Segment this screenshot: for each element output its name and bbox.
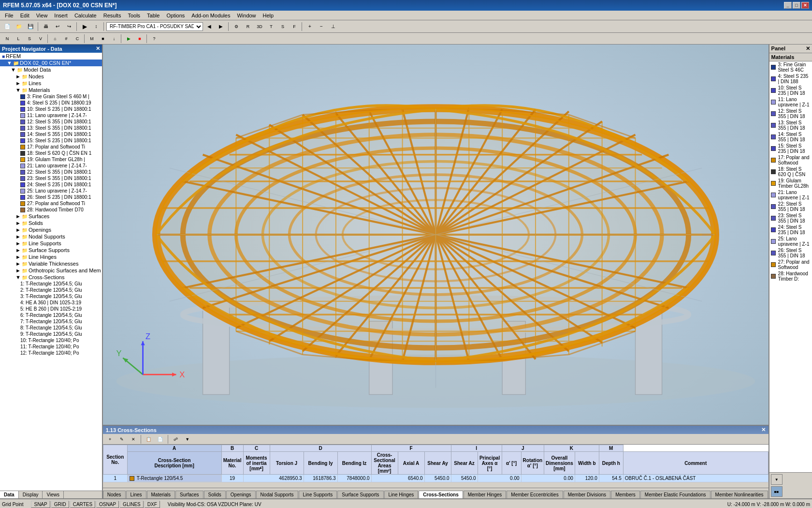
tree-cs-12[interactable]: 12: T-Rectangle 120/40; Po: [0, 350, 102, 356]
tree-cs-8[interactable]: 8: T-Rectangle 120/54.5; Glu: [0, 325, 102, 331]
undo-btn[interactable]: ↩: [52, 22, 63, 31]
calc-btn[interactable]: ⚙: [231, 22, 242, 31]
next-btn[interactable]: ▶: [216, 22, 226, 31]
menu-table[interactable]: Table: [144, 12, 162, 19]
btab-nodes[interactable]: Nodes: [103, 491, 126, 498]
tree-lines[interactable]: ► 📁 Lines: [0, 80, 102, 87]
mat-item-28[interactable]: 28: Hardwood Timber D:: [769, 270, 812, 282]
btab-surface-supports[interactable]: Surface Supports: [337, 491, 383, 498]
tree-nodes[interactable]: ► 📁 Nodes: [0, 73, 102, 80]
tree-mat-10[interactable]: 10: Steel S 235 | DIN 18800:1: [0, 106, 102, 112]
tree-rfem-root[interactable]: ■ RFEM: [0, 53, 102, 60]
prev-btn[interactable]: ◀: [204, 22, 215, 31]
tree-nodal-supports[interactable]: ► 📁 Nodal Supports: [0, 233, 102, 240]
btab-cross-sections[interactable]: Cross-Sections: [419, 491, 463, 498]
tree-mat-23[interactable]: 23: Steel S 355 | DIN 18800:1: [0, 175, 102, 181]
tree-cs-1[interactable]: 1: T-Rectangle 120/54.5; Glu: [0, 281, 102, 287]
bt-sort[interactable]: ▼: [182, 434, 193, 444]
tree-model-data[interactable]: ▼ 📁 Model Data: [0, 66, 102, 73]
grid-btn[interactable]: #: [61, 34, 72, 44]
mat-item-17[interactable]: 17: Poplar and Softwood: [769, 154, 812, 166]
snap-btn[interactable]: SNAP: [31, 501, 50, 508]
btab-eccentricities[interactable]: Member Eccentricities: [507, 491, 563, 498]
tree-mat-28[interactable]: 28: Hardwood Timber D70: [0, 207, 102, 213]
tree-mat-25[interactable]: 25: Lano upravene | Z-14.7-: [0, 188, 102, 194]
tree-cs-4[interactable]: 4: HE A 360 | DIN 1025-3:19: [0, 299, 102, 306]
tree-materials[interactable]: ▼ 📁 Materials: [0, 87, 102, 93]
zoom-out-btn[interactable]: −: [316, 22, 327, 31]
close-btn[interactable]: ✕: [801, 2, 809, 9]
tree-cs-6[interactable]: 6: T-Rectangle 120/54.5; Glu: [0, 312, 102, 318]
menu-addon[interactable]: Add-on Modules: [188, 12, 233, 19]
res-btn[interactable]: R: [243, 22, 253, 31]
tree-mat-14[interactable]: 14: Steel S 355 | DIN 18800:1: [0, 131, 102, 137]
rp-btn-1[interactable]: ▼: [771, 474, 783, 485]
run-btn[interactable]: ▶: [123, 34, 134, 44]
select-btn[interactable]: ▶: [79, 22, 90, 31]
member-btn[interactable]: M: [87, 34, 97, 44]
panel-close[interactable]: ✕: [806, 45, 810, 52]
tree-mat-12[interactable]: 12: Steel S 355 | DIN 18800:1: [0, 119, 102, 125]
tree-mat-24[interactable]: 24: Steel S 235 | DIN 18800:1: [0, 181, 102, 188]
bt-edit[interactable]: ✎: [116, 434, 127, 444]
viewport[interactable]: X Y Z: [103, 45, 768, 425]
bt-del[interactable]: ✕: [128, 434, 139, 444]
menu-file[interactable]: File: [2, 12, 16, 19]
mat-item-18[interactable]: 18: Steel S 620 Q | ČSN: [769, 166, 812, 178]
menu-help[interactable]: Help: [260, 12, 277, 19]
zoom-all-btn[interactable]: ⊥: [328, 22, 338, 31]
tree-mat-27[interactable]: 27: Poplar and Softwood Ti: [0, 200, 102, 207]
rp-btn-2[interactable]: ■■: [771, 486, 783, 497]
ltab-display[interactable]: Display: [19, 491, 43, 498]
minimize-btn[interactable]: _: [784, 2, 792, 9]
tree-surface-supports[interactable]: ► 📁 Surface Supports: [0, 247, 102, 254]
tree-orthotropic[interactable]: ► 📁 Orthotropic Surfaces and Mem: [0, 267, 102, 274]
menu-calculate[interactable]: Calculate: [72, 12, 100, 19]
mat-item-26[interactable]: 26: Steel S 355 | DIN 18: [769, 247, 812, 259]
tree-mat-4[interactable]: 4: Steel S 235 | DIN 18800:19: [0, 100, 102, 106]
tree-mat-17[interactable]: 17: Poplar and Softwood Ti: [0, 144, 102, 150]
mat-item-14[interactable]: 14: Steel S 355 | DIN 18: [769, 131, 812, 143]
bt-filter[interactable]: ☍: [171, 434, 181, 444]
ltab-data[interactable]: Data: [0, 491, 19, 498]
top-btn[interactable]: T: [266, 22, 276, 31]
osnap-btn[interactable]: OSNAP: [96, 501, 119, 508]
surface-btn[interactable]: S: [24, 34, 35, 44]
btab-surfaces[interactable]: Surfaces: [175, 491, 203, 498]
tree-cs-9[interactable]: 9: T-Rectangle 120/54.5; Glu: [0, 331, 102, 337]
restore-btn[interactable]: □: [793, 2, 800, 9]
tree-mat-26[interactable]: 26: Steel S 235 | DIN 18800:1: [0, 194, 102, 200]
btab-materials[interactable]: Materials: [147, 491, 175, 498]
btab-openings[interactable]: Openings: [226, 491, 256, 498]
materials-list[interactable]: 3: Fine Grain Steel S 46C 4: Steel S 235…: [769, 61, 812, 472]
mat-item-25[interactable]: 25: Lano upravene | Z-1: [769, 236, 812, 247]
tree-mat-19[interactable]: 19: Glulam Timber GL28h |: [0, 156, 102, 163]
menu-tools[interactable]: Tools: [125, 12, 143, 19]
help-btn[interactable]: ?: [149, 34, 160, 44]
menu-window[interactable]: Window: [234, 12, 259, 19]
btab-nodal-supports[interactable]: Nodal Supports: [256, 491, 298, 498]
glines-btn[interactable]: GLINES: [120, 501, 144, 508]
btab-divisions[interactable]: Member Divisions: [564, 491, 610, 498]
btab-elastic[interactable]: Member Elastic Foundations: [640, 491, 710, 498]
btab-members[interactable]: Members: [611, 491, 640, 498]
btab-line-hinges[interactable]: Line Hinges: [384, 491, 419, 498]
side-btn[interactable]: S: [277, 22, 288, 31]
mat-item-19[interactable]: 19: Glulam Timber GL28h: [769, 178, 812, 189]
open-btn[interactable]: 📁: [14, 22, 24, 31]
btab-member-hinges[interactable]: Member Hinges: [464, 491, 507, 498]
mat-item-11[interactable]: 11: Lano upravene | Z-1: [769, 96, 812, 108]
tree-mat-18[interactable]: 18: Steel S 620 Q | ČSN EN 1: [0, 150, 102, 156]
menu-view[interactable]: View: [33, 12, 51, 19]
stop-btn[interactable]: ■: [134, 34, 145, 44]
menu-results[interactable]: Results: [101, 12, 124, 19]
snap-btn[interactable]: ⌂: [50, 34, 60, 44]
bt-paste[interactable]: 📄: [155, 434, 166, 444]
mat-item-13[interactable]: 13: Steel S 355 | DIN 18: [769, 120, 812, 131]
tree-cs-10[interactable]: 10: T-Rectangle 120/40; Po: [0, 337, 102, 344]
mat-item-27[interactable]: 27: Poplar and Softwood: [769, 259, 812, 270]
tree-solids[interactable]: ► 📁 Solids: [0, 220, 102, 226]
move-btn[interactable]: ↕: [91, 22, 102, 31]
menu-edit[interactable]: Edit: [17, 12, 32, 19]
nav-tree[interactable]: ■ RFEM ▼ 📁 DOX 02_00 CSN EN* ▼ 📁 Model D…: [0, 53, 102, 491]
